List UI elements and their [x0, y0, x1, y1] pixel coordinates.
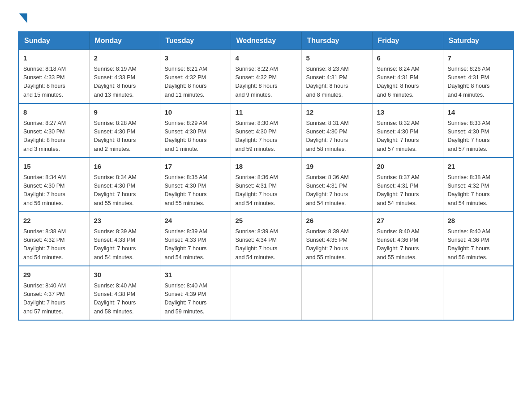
calendar-cell: 4Sunrise: 8:22 AMSunset: 4:32 PMDaylight…: [231, 50, 301, 104]
page-header: [18, 13, 514, 22]
calendar-cell: 22Sunrise: 8:38 AMSunset: 4:32 PMDayligh…: [18, 212, 89, 266]
day-number: 22: [23, 216, 85, 226]
day-number: 15: [23, 162, 85, 172]
day-number: 14: [448, 107, 509, 118]
calendar-cell: [231, 266, 301, 320]
day-info: Sunrise: 8:32 AMSunset: 4:30 PMDaylight:…: [377, 119, 438, 154]
calendar-cell: 12Sunrise: 8:31 AMSunset: 4:30 PMDayligh…: [301, 103, 372, 158]
calendar-week-row: 29Sunrise: 8:40 AMSunset: 4:37 PMDayligh…: [18, 266, 514, 320]
day-number: 13: [377, 107, 438, 118]
day-info: Sunrise: 8:28 AMSunset: 4:30 PMDaylight:…: [94, 119, 155, 154]
calendar-cell: 26Sunrise: 8:39 AMSunset: 4:35 PMDayligh…: [301, 212, 372, 266]
calendar-cell: 21Sunrise: 8:38 AMSunset: 4:32 PMDayligh…: [443, 158, 514, 212]
day-info: Sunrise: 8:39 AMSunset: 4:33 PMDaylight:…: [94, 227, 155, 262]
calendar-cell: 13Sunrise: 8:32 AMSunset: 4:30 PMDayligh…: [372, 103, 443, 158]
day-number: 21: [448, 162, 509, 172]
column-header-wednesday: Wednesday: [231, 32, 301, 50]
day-info: Sunrise: 8:19 AMSunset: 4:33 PMDaylight:…: [94, 65, 155, 100]
logo-chevron-icon: [19, 13, 27, 25]
day-number: 30: [94, 270, 155, 280]
calendar-week-row: 15Sunrise: 8:34 AMSunset: 4:30 PMDayligh…: [18, 158, 514, 212]
calendar-cell: 3Sunrise: 8:21 AMSunset: 4:32 PMDaylight…: [160, 50, 231, 104]
day-number: 17: [165, 162, 226, 172]
calendar-cell: 19Sunrise: 8:36 AMSunset: 4:31 PMDayligh…: [301, 158, 372, 212]
day-number: 10: [165, 107, 226, 118]
calendar-cell: 28Sunrise: 8:40 AMSunset: 4:36 PMDayligh…: [443, 212, 514, 266]
day-info: Sunrise: 8:40 AMSunset: 4:38 PMDaylight:…: [94, 282, 155, 317]
day-info: Sunrise: 8:29 AMSunset: 4:30 PMDaylight:…: [165, 119, 226, 154]
day-info: Sunrise: 8:39 AMSunset: 4:34 PMDaylight:…: [236, 227, 297, 262]
calendar-cell: 6Sunrise: 8:24 AMSunset: 4:31 PMDaylight…: [372, 50, 443, 104]
day-number: 19: [306, 162, 368, 172]
day-info: Sunrise: 8:40 AMSunset: 4:36 PMDaylight:…: [448, 227, 509, 262]
calendar-cell: 25Sunrise: 8:39 AMSunset: 4:34 PMDayligh…: [231, 212, 301, 266]
day-info: Sunrise: 8:40 AMSunset: 4:39 PMDaylight:…: [165, 282, 226, 317]
day-info: Sunrise: 8:26 AMSunset: 4:31 PMDaylight:…: [448, 65, 509, 100]
calendar-cell: [301, 266, 372, 320]
day-info: Sunrise: 8:22 AMSunset: 4:32 PMDaylight:…: [236, 65, 297, 100]
svg-marker-0: [19, 13, 27, 23]
day-number: 18: [236, 162, 297, 172]
calendar-cell: 7Sunrise: 8:26 AMSunset: 4:31 PMDaylight…: [443, 50, 514, 104]
calendar-cell: 11Sunrise: 8:30 AMSunset: 4:30 PMDayligh…: [231, 103, 301, 158]
day-number: 8: [23, 107, 85, 118]
calendar-cell: 17Sunrise: 8:35 AMSunset: 4:30 PMDayligh…: [160, 158, 231, 212]
day-number: 24: [165, 216, 226, 226]
calendar-cell: 2Sunrise: 8:19 AMSunset: 4:33 PMDaylight…: [89, 50, 160, 104]
calendar-cell: 9Sunrise: 8:28 AMSunset: 4:30 PMDaylight…: [89, 103, 160, 158]
day-info: Sunrise: 8:34 AMSunset: 4:30 PMDaylight:…: [23, 173, 85, 208]
day-info: Sunrise: 8:33 AMSunset: 4:30 PMDaylight:…: [448, 119, 509, 154]
day-number: 3: [165, 53, 226, 64]
day-number: 29: [23, 270, 85, 280]
day-number: 2: [94, 53, 155, 64]
day-number: 26: [306, 216, 368, 226]
column-header-friday: Friday: [372, 32, 443, 50]
day-number: 6: [377, 53, 438, 64]
calendar-cell: 18Sunrise: 8:36 AMSunset: 4:31 PMDayligh…: [231, 158, 301, 212]
day-info: Sunrise: 8:18 AMSunset: 4:33 PMDaylight:…: [23, 65, 85, 100]
day-number: 28: [448, 216, 509, 226]
day-number: 16: [94, 162, 155, 172]
calendar-cell: [372, 266, 443, 320]
calendar-cell: 5Sunrise: 8:23 AMSunset: 4:31 PMDaylight…: [301, 50, 372, 104]
day-number: 7: [448, 53, 509, 64]
day-number: 1: [23, 53, 85, 64]
calendar-cell: 10Sunrise: 8:29 AMSunset: 4:30 PMDayligh…: [160, 103, 231, 158]
calendar-header-row: SundayMondayTuesdayWednesdayThursdayFrid…: [18, 32, 514, 50]
day-number: 9: [94, 107, 155, 118]
day-info: Sunrise: 8:35 AMSunset: 4:30 PMDaylight:…: [165, 173, 226, 208]
day-info: Sunrise: 8:38 AMSunset: 4:32 PMDaylight:…: [23, 227, 85, 262]
day-info: Sunrise: 8:21 AMSunset: 4:32 PMDaylight:…: [165, 65, 226, 100]
calendar-cell: 20Sunrise: 8:37 AMSunset: 4:31 PMDayligh…: [372, 158, 443, 212]
column-header-thursday: Thursday: [301, 32, 372, 50]
day-info: Sunrise: 8:36 AMSunset: 4:31 PMDaylight:…: [236, 173, 297, 208]
day-info: Sunrise: 8:27 AMSunset: 4:30 PMDaylight:…: [23, 119, 85, 154]
day-info: Sunrise: 8:36 AMSunset: 4:31 PMDaylight:…: [306, 173, 368, 208]
day-number: 31: [165, 270, 226, 280]
day-info: Sunrise: 8:39 AMSunset: 4:35 PMDaylight:…: [306, 227, 368, 262]
calendar-week-row: 1Sunrise: 8:18 AMSunset: 4:33 PMDaylight…: [18, 50, 514, 104]
calendar-cell: 14Sunrise: 8:33 AMSunset: 4:30 PMDayligh…: [443, 103, 514, 158]
calendar-cell: 15Sunrise: 8:34 AMSunset: 4:30 PMDayligh…: [18, 158, 89, 212]
day-number: 23: [94, 216, 155, 226]
calendar-cell: 16Sunrise: 8:34 AMSunset: 4:30 PMDayligh…: [89, 158, 160, 212]
column-header-saturday: Saturday: [443, 32, 514, 50]
calendar-cell: 29Sunrise: 8:40 AMSunset: 4:37 PMDayligh…: [18, 266, 89, 320]
calendar-cell: 24Sunrise: 8:39 AMSunset: 4:33 PMDayligh…: [160, 212, 231, 266]
day-info: Sunrise: 8:39 AMSunset: 4:33 PMDaylight:…: [165, 227, 226, 262]
day-number: 4: [236, 53, 297, 64]
column-header-sunday: Sunday: [18, 32, 89, 50]
day-number: 25: [236, 216, 297, 226]
day-number: 5: [306, 53, 368, 64]
calendar-cell: 27Sunrise: 8:40 AMSunset: 4:36 PMDayligh…: [372, 212, 443, 266]
day-info: Sunrise: 8:24 AMSunset: 4:31 PMDaylight:…: [377, 65, 438, 100]
calendar-cell: 1Sunrise: 8:18 AMSunset: 4:33 PMDaylight…: [18, 50, 89, 104]
calendar-week-row: 8Sunrise: 8:27 AMSunset: 4:30 PMDaylight…: [18, 103, 514, 158]
calendar-cell: 30Sunrise: 8:40 AMSunset: 4:38 PMDayligh…: [89, 266, 160, 320]
day-info: Sunrise: 8:34 AMSunset: 4:30 PMDaylight:…: [94, 173, 155, 208]
day-number: 27: [377, 216, 438, 226]
day-info: Sunrise: 8:30 AMSunset: 4:30 PMDaylight:…: [236, 119, 297, 154]
day-info: Sunrise: 8:40 AMSunset: 4:36 PMDaylight:…: [377, 227, 438, 262]
day-info: Sunrise: 8:40 AMSunset: 4:37 PMDaylight:…: [23, 282, 85, 317]
calendar-cell: 23Sunrise: 8:39 AMSunset: 4:33 PMDayligh…: [89, 212, 160, 266]
